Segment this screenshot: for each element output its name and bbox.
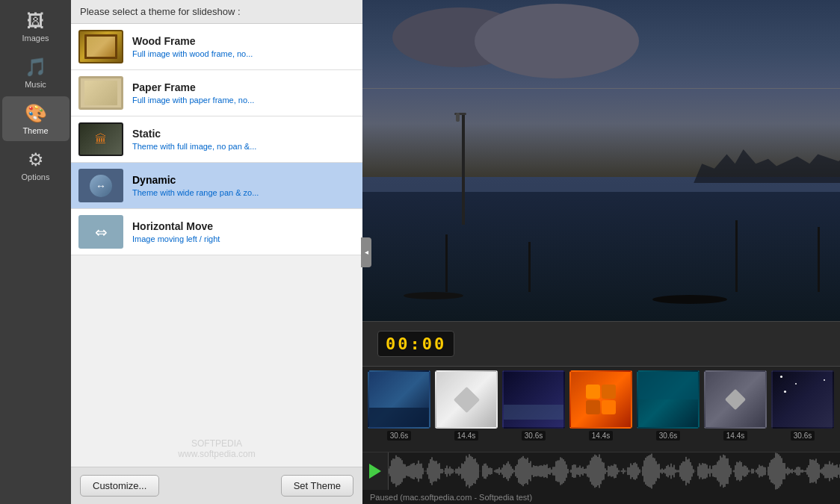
theme-item-horizontal[interactable]: ⇔ Horizontal Move Image moving left / ri… (71, 209, 362, 255)
theme-item-wood[interactable]: Wood Frame Full image with wood frame, n… (71, 24, 362, 70)
sidebar-item-options[interactable]: ⚙ Options (2, 143, 70, 187)
audio-play-icon (369, 464, 381, 479)
theme-info-static: Static Theme with full image, no pan &..… (132, 128, 355, 151)
theme-desc-dynamic: Theme with wide range pan & zo... (132, 188, 355, 197)
theme-desc-static: Theme with full image, no pan &... (132, 142, 355, 151)
clip-duration-4: 14.4s (589, 431, 613, 441)
sidebar-label-options: Options (22, 172, 50, 181)
audio-bar: ≡ (362, 452, 840, 489)
theme-item-dynamic[interactable]: ↔ Dynamic Theme with wide range pan & zo… (71, 163, 362, 209)
set-theme-button[interactable]: Set Theme (281, 475, 353, 497)
clip-thumb-1 (368, 370, 430, 429)
theme-name-dynamic: Dynamic (132, 174, 355, 186)
sidebar: 🖼 Images 🎵 Music 🎨 Theme ⚙ Options (0, 0, 71, 504)
clip-duration-1: 30.6s (387, 431, 411, 441)
theme-thumb-static: 🏛 (78, 122, 123, 156)
right-panel: 00:00 Play Burn DVD 30.6s (362, 0, 840, 504)
sidebar-label-images: Images (22, 34, 49, 43)
theme-info-dynamic: Dynamic Theme with wide range pan & zo..… (132, 174, 355, 197)
collapse-arrow[interactable]: ◂ (361, 237, 371, 267)
clip-duration-6: 14.4s (723, 431, 747, 441)
clip-thumb-7 (771, 370, 834, 429)
timeline-clip-8[interactable]: 14.4s (837, 370, 840, 445)
clip-thumb-4 (569, 370, 632, 429)
status-bar: Paused (mac.softpedia.com - Softpedia te… (362, 489, 840, 504)
theme-footer: Customize... Set Theme (71, 467, 362, 504)
timeline-clip-7[interactable]: 30.6s (770, 370, 836, 445)
preview-area (362, 0, 840, 321)
waveform-canvas (389, 452, 840, 490)
theme-name-horizontal: Horizontal Move (132, 220, 355, 232)
clip-duration-7: 30.6s (791, 431, 815, 441)
theme-info-wood: Wood Frame Full image with wood frame, n… (132, 35, 355, 58)
theme-thumb-paper (78, 76, 123, 110)
sidebar-item-music[interactable]: 🎵 Music (2, 50, 70, 95)
sidebar-item-theme[interactable]: 🎨 Theme (2, 96, 70, 141)
clip-duration-5: 30.6s (656, 431, 680, 441)
theme-thumb-wood (78, 30, 123, 63)
theme-thumb-horizontal: ⇔ (78, 215, 123, 249)
sidebar-label-music: Music (25, 80, 46, 89)
theme-desc-paper: Full image with paper frame, no... (132, 96, 355, 105)
clip-thumb-3 (502, 370, 565, 429)
timeline-clip-3[interactable]: 30.6s (501, 370, 566, 445)
clip-thumb-2 (435, 370, 498, 429)
timeline-clip-4[interactable]: 14.4s (568, 370, 634, 445)
theme-panel: Please select a theme for slideshow : Wo… (71, 0, 362, 504)
waveform (389, 452, 840, 490)
theme-name-paper: Paper Frame (132, 81, 355, 93)
status-text: Paused (mac.softpedia.com - Softpedia te… (370, 493, 532, 502)
theme-info-horizontal: Horizontal Move Image moving left / righ… (132, 220, 355, 243)
timecode: 00:00 (377, 331, 454, 357)
theme-list: Wood Frame Full image with wood frame, n… (71, 24, 362, 467)
lamppost (462, 113, 465, 225)
clip-duration-3: 30.6s (522, 431, 546, 441)
options-icon: ⚙ (28, 149, 44, 170)
transport-bar: 00:00 Play Burn DVD (362, 321, 840, 366)
timeline-clip-1[interactable]: 30.6s (366, 370, 432, 445)
audio-play-button[interactable] (362, 452, 389, 490)
timeline-container: 30.6s 14.4s 30.6s (362, 366, 840, 452)
clip-duration-2: 14.4s (454, 431, 478, 441)
music-icon: 🎵 (25, 57, 47, 78)
sidebar-label-theme: Theme (22, 126, 48, 135)
clip-thumb-5 (637, 370, 700, 429)
venice-water (362, 177, 840, 322)
theme-icon: 🎨 (25, 103, 47, 124)
theme-item-static[interactable]: 🏛 Static Theme with full image, no pan &… (71, 116, 362, 163)
theme-thumb-dynamic: ↔ (78, 169, 123, 202)
images-icon: 🖼 (27, 10, 45, 31)
timeline-clip-2[interactable]: 14.4s (433, 370, 499, 445)
preview-image (362, 0, 840, 321)
timeline[interactable]: 30.6s 14.4s 30.6s (362, 366, 840, 452)
timeline-clip-6[interactable]: 14.4s (702, 370, 768, 445)
theme-desc-wood: Full image with wood frame, no... (132, 49, 355, 58)
theme-item-paper[interactable]: Paper Frame Full image with paper frame,… (71, 70, 362, 116)
theme-panel-header: Please select a theme for slideshow : (71, 0, 362, 24)
customize-button[interactable]: Customize... (80, 475, 159, 497)
theme-name-wood: Wood Frame (132, 35, 355, 47)
theme-name-static: Static (132, 128, 355, 140)
sidebar-item-images[interactable]: 🖼 Images (2, 4, 70, 49)
theme-desc-horizontal: Image moving left / right (132, 234, 355, 243)
venice-sky (362, 0, 840, 177)
theme-info-paper: Paper Frame Full image with paper frame,… (132, 81, 355, 105)
timeline-clip-5[interactable]: 30.6s (635, 370, 701, 445)
clip-thumb-6 (704, 370, 767, 429)
